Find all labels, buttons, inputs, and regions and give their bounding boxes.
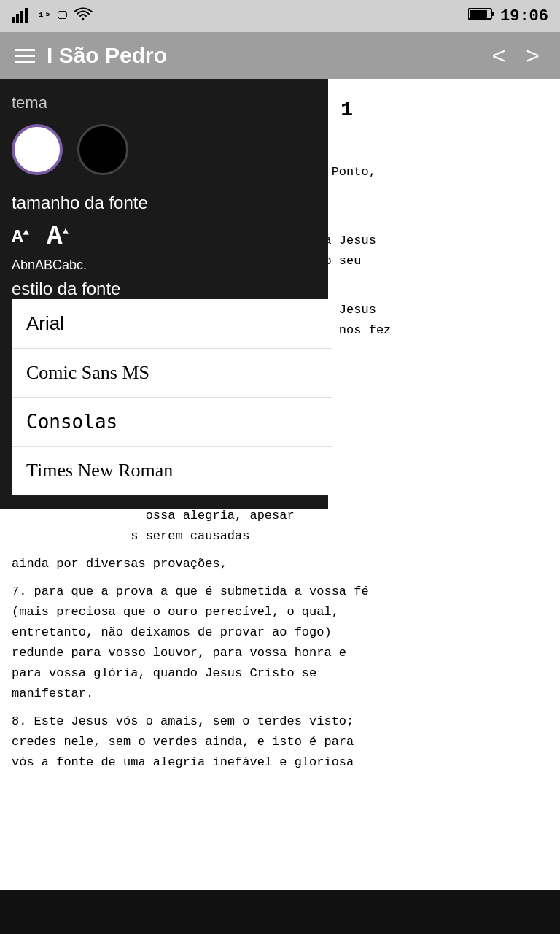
font-size-decrease[interactable]: A▲ <box>12 226 29 248</box>
battery-icon <box>468 7 494 26</box>
bottom-navigation-bar <box>0 890 560 934</box>
font-size-increase[interactable]: A▲ <box>47 222 69 252</box>
signal-icon <box>12 7 32 26</box>
verse-6a: ossa alegria, apesar s serem causadas <box>12 506 548 547</box>
verse-6b: ainda por diversas provações, <box>12 554 548 574</box>
settings-panel: tema tamanho da fonte A▲ A▲ AbnABCabc. e… <box>0 79 328 509</box>
svg-rect-3 <box>25 8 28 23</box>
svg-rect-6 <box>470 10 487 18</box>
header-left: I São Pedro <box>15 43 167 68</box>
svg-rect-1 <box>16 14 19 23</box>
font-style-label: estilo da fonte <box>12 279 316 299</box>
font-option-consolas[interactable]: Consolas <box>12 398 332 447</box>
theme-light-button[interactable] <box>12 124 63 175</box>
data-icon: ¹⁵ <box>38 9 51 23</box>
font-option-arial[interactable]: Arial <box>12 299 332 349</box>
svg-rect-5 <box>491 12 494 16</box>
theme-dark-button[interactable] <box>77 124 128 175</box>
status-bar: ¹⁵ 🖵 19:06 <box>0 0 560 32</box>
font-preview-arial: AbnABCabc. <box>12 258 87 273</box>
menu-button[interactable] <box>15 49 35 63</box>
prev-button[interactable]: < <box>486 39 512 72</box>
font-option-times-new-roman[interactable]: Times New Roman <box>12 447 332 495</box>
sim-icon: 🖵 <box>57 9 68 23</box>
header-nav: < > <box>486 39 545 72</box>
app-header: I São Pedro < > <box>0 32 560 79</box>
page-title: I São Pedro <box>47 43 167 68</box>
svg-rect-0 <box>12 17 15 23</box>
font-option-comic-sans[interactable]: Comic Sans MS <box>12 349 332 398</box>
main-content: CAPÍTULO 1 1. Pedro, apóstó de Jesus Cri… <box>0 79 560 934</box>
verse-7: 7. para que a prova a que é submetida a … <box>12 582 548 704</box>
theme-row <box>12 124 316 175</box>
font-list: Arial Comic Sans MS Consolas Times New R… <box>12 299 332 495</box>
wifi-icon <box>74 7 93 26</box>
theme-label: tema <box>12 93 316 112</box>
time-display: 19:06 <box>500 7 548 26</box>
next-button[interactable]: > <box>520 39 545 72</box>
svg-rect-2 <box>20 11 23 23</box>
font-preview-row: AbnABCabc. <box>12 258 316 273</box>
verse-8: 8. Este Jesus vós o amais, sem o terdes … <box>12 711 548 773</box>
status-left: ¹⁵ 🖵 <box>12 7 93 26</box>
font-size-row: A▲ A▲ <box>12 222 316 252</box>
status-right: 19:06 <box>468 7 548 26</box>
font-size-label: tamanho da fonte <box>12 193 316 213</box>
